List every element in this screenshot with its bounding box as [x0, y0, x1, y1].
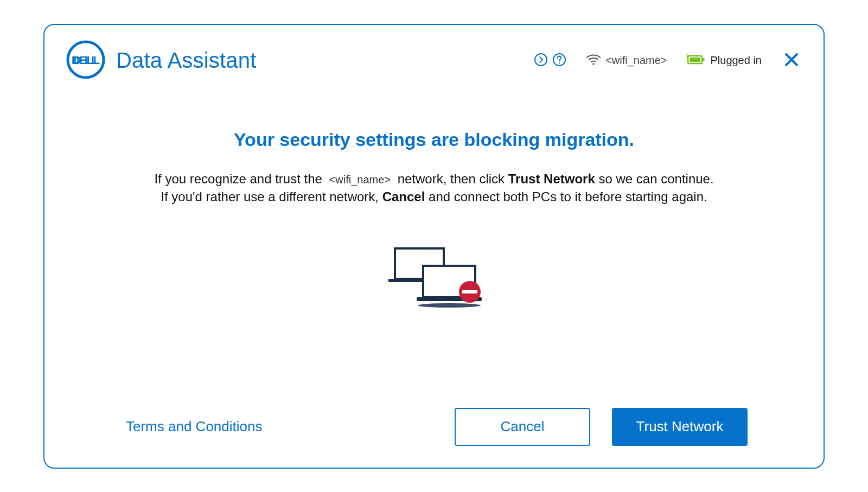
brand-block: D⋅LL DELL Data Assistant: [66, 40, 256, 81]
app-title: Data Assistant: [116, 48, 256, 73]
power-status: Plugged in: [686, 54, 762, 68]
body-bold-cancel: Cancel: [382, 189, 425, 204]
terms-and-conditions-link[interactable]: Terms and Conditions: [126, 418, 262, 435]
power-status-label: Plugged in: [710, 54, 762, 67]
body-text-segment: so we can continue.: [598, 171, 713, 186]
svg-point-3: [535, 54, 547, 66]
next-circle-icon[interactable]: [534, 53, 548, 69]
body-text-segment: If you recognize and trust the: [154, 171, 322, 186]
app-window: D⋅LL DELL Data Assistant: [43, 24, 825, 469]
body-text-segment: If you'd rather use a different network,: [161, 189, 379, 204]
svg-rect-8: [690, 57, 700, 62]
body-wifi-placeholder: <wifi_name>: [326, 174, 394, 186]
body-text-segment: and connect both PCs to it before starti…: [429, 189, 707, 204]
svg-rect-16: [462, 290, 477, 293]
wifi-icon: [586, 54, 601, 68]
wifi-name-label: <wifi_name>: [605, 54, 667, 67]
cancel-button[interactable]: Cancel: [455, 408, 590, 446]
footer-bar: Terms and Conditions Cancel Trust Networ…: [66, 408, 802, 446]
header-icon-group: [534, 53, 566, 69]
help-circle-icon[interactable]: [552, 53, 566, 69]
body-text-segment: network, then click: [398, 171, 505, 186]
close-button[interactable]: [781, 49, 802, 72]
main-content: Your security settings are blocking migr…: [66, 81, 802, 408]
svg-rect-9: [703, 58, 705, 61]
page-body-text: If you recognize and trust the <wifi_nam…: [154, 170, 713, 206]
header-right: <wifi_name> Plugged in: [534, 49, 802, 72]
svg-point-6: [592, 63, 595, 65]
battery-plugged-icon: [686, 54, 706, 68]
wifi-status: <wifi_name>: [586, 54, 667, 68]
two-laptops-blocked-icon: [380, 244, 488, 317]
close-icon: [783, 52, 800, 68]
svg-text:DELL: DELL: [72, 54, 100, 66]
action-buttons: Cancel Trust Network: [455, 408, 748, 446]
dell-logo-icon: D⋅LL DELL: [66, 40, 105, 81]
header-bar: D⋅LL DELL Data Assistant: [66, 40, 802, 81]
body-bold-trust: Trust Network: [508, 171, 595, 186]
page-headline: Your security settings are blocking migr…: [234, 129, 634, 150]
svg-point-5: [559, 62, 560, 63]
trust-network-button[interactable]: Trust Network: [612, 408, 748, 446]
svg-point-14: [418, 303, 481, 308]
